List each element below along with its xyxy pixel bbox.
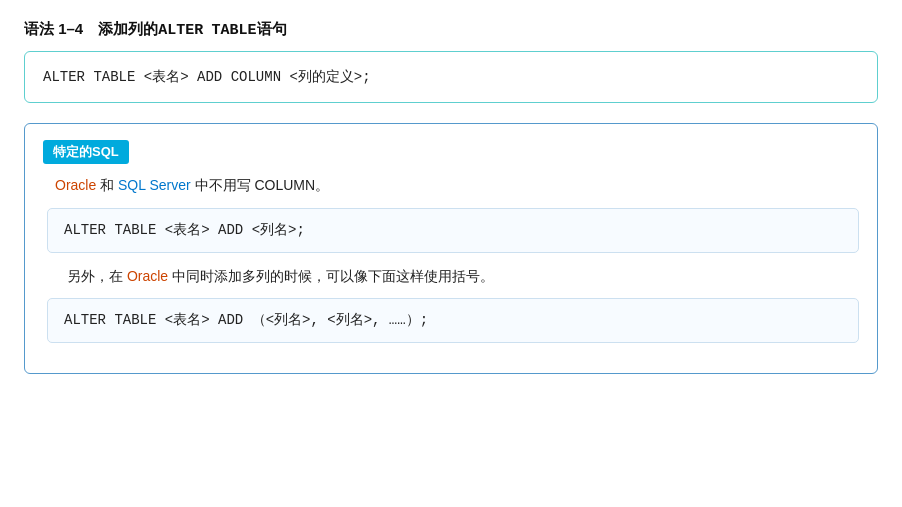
title-suffix: 语句 <box>257 20 287 37</box>
note-header-label: 特定的SQL <box>53 144 119 159</box>
note-before2: 另外，在 <box>67 268 127 284</box>
title-keyword1: ALTER <box>158 22 203 39</box>
title-keyword2: TABLE <box>212 22 257 39</box>
note-sqlserver: SQL Server <box>118 177 191 193</box>
note-header: 特定的SQL <box>43 140 129 164</box>
note-after1: 中不用写 COLUMN。 <box>191 177 329 193</box>
note-line2: 另外，在 Oracle 中同时添加多列的时候，可以像下面这样使用括号。 <box>67 265 859 289</box>
note-after2: 中同时添加多列的时候，可以像下面这样使用括号。 <box>168 268 494 284</box>
section-title: 语法 1–4 添加列的ALTER TABLE语句 <box>24 20 878 39</box>
main-code-box: ALTER TABLE <表名> ADD COLUMN <列的定义>; <box>24 51 878 103</box>
note-code2-box: ALTER TABLE <表名> ADD （<列名>, <列名>, ……）; <box>47 298 859 342</box>
note-oracle1: Oracle <box>55 177 96 193</box>
title-space <box>203 20 211 37</box>
note-code1-text: ALTER TABLE <表名> ADD <列名>; <box>64 222 305 238</box>
note-middle1: 和 <box>96 177 118 193</box>
note-code2-text: ALTER TABLE <表名> ADD （<列名>, <列名>, ……）; <box>64 312 428 328</box>
note-line1: Oracle 和 SQL Server 中不用写 COLUMN。 <box>55 174 859 198</box>
note-oracle2: Oracle <box>127 268 168 284</box>
note-code1-box: ALTER TABLE <表名> ADD <列名>; <box>47 208 859 252</box>
title-prefix: 语法 1–4 添加列的 <box>24 20 158 37</box>
main-code-text: ALTER TABLE <表名> ADD COLUMN <列的定义>; <box>43 69 371 85</box>
note-box: 特定的SQL Oracle 和 SQL Server 中不用写 COLUMN。 … <box>24 123 878 373</box>
